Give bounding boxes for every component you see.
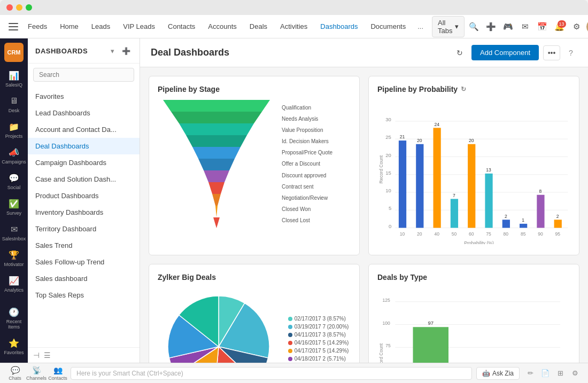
svg-text:90: 90: [538, 231, 543, 237]
close-btn[interactable]: [6, 4, 13, 11]
content-header: Deal Dashboards ↻ Add Component ••• ?: [140, 38, 588, 67]
nav-deals[interactable]: Deals: [244, 19, 273, 34]
smart-chat-box[interactable]: Here is your Smart Chat (Ctrl+Space): [71, 367, 472, 380]
deals-by-type-title: Deals by Type: [377, 273, 570, 282]
svg-text:50: 50: [452, 231, 457, 237]
calendar-icon-btn[interactable]: 📅: [535, 19, 550, 34]
survey-icon: ✅: [8, 198, 20, 209]
svg-marker-2: [179, 123, 254, 135]
sidebar-item-case-solution[interactable]: Case and Solution Dash...: [28, 171, 140, 187]
sidebar-item-top-sales[interactable]: Top Sales Reps: [28, 287, 140, 303]
games-icon-btn[interactable]: 🎮: [501, 19, 516, 34]
svg-text:60: 60: [469, 231, 474, 237]
bottom-edit-icon[interactable]: ✏: [524, 367, 537, 380]
add-component-button[interactable]: Add Component: [471, 45, 539, 60]
sidebar-item-favorites[interactable]: Favorites: [28, 88, 140, 105]
sidebar-item-campaigns[interactable]: 📣 Campaigns: [2, 143, 26, 168]
salesinbox-icon: ✉: [8, 223, 20, 235]
top-nav: Feeds Home Leads VIP Leads Contacts Acco…: [0, 15, 588, 38]
sidebar-item-deal-dashboards[interactable]: Deal Dashboards: [28, 138, 140, 154]
maximize-btn[interactable]: [26, 4, 32, 11]
page-title: Deal Dashboards: [151, 47, 452, 58]
sidebar-item-territory[interactable]: Territory Dashboard: [28, 221, 140, 237]
nav-leads[interactable]: Leads: [86, 19, 115, 34]
add-icon-btn[interactable]: ➕: [484, 19, 499, 34]
sidebar-item-sales-trend[interactable]: Sales Trend: [28, 237, 140, 254]
sidebar-item-survey[interactable]: ✅ Survey: [2, 194, 26, 219]
sidebar-item-favorites[interactable]: ⭐ Favorites: [2, 334, 26, 358]
svg-text:15: 15: [385, 170, 391, 176]
svg-marker-3: [186, 135, 247, 147]
hamburger-menu[interactable]: [6, 19, 20, 34]
bottom-file-icon[interactable]: 📄: [539, 367, 552, 380]
nav-contacts[interactable]: Contacts: [163, 19, 200, 34]
sidebar-item-campaign[interactable]: Campaign Dashboards: [28, 154, 140, 171]
nav-vip-leads[interactable]: VIP Leads: [118, 19, 160, 34]
bottom-grid-icon[interactable]: ⊞: [554, 367, 567, 380]
nav-feeds[interactable]: Feeds: [22, 19, 52, 34]
svg-rect-34: [468, 144, 475, 228]
dash-sidebar-chevron[interactable]: ▾: [106, 45, 118, 57]
notification-icon-btn[interactable]: 🔔 13: [552, 19, 567, 34]
ask-zia-btn[interactable]: 🤖 Ask Zia: [476, 367, 520, 380]
search-icon-btn[interactable]: 🔍: [467, 19, 482, 34]
dash-sidebar-add[interactable]: ➕: [120, 45, 132, 57]
bottom-settings-icon[interactable]: ⚙: [569, 367, 582, 380]
prob-chart-refresh[interactable]: ↻: [461, 85, 466, 93]
sidebar-item-account-contact[interactable]: Account and Contact Da...: [28, 121, 140, 138]
minimize-btn[interactable]: [16, 4, 22, 11]
pie-legend-item: 04/17/2017 5 (14.29%): [288, 348, 349, 354]
sidebar-item-analytics[interactable]: 📈 Analytics: [2, 271, 26, 296]
svg-text:75: 75: [385, 343, 391, 348]
settings-icon-btn[interactable]: ⚙: [569, 19, 584, 34]
sidebar-search[interactable]: [33, 68, 134, 82]
svg-rect-70: [413, 327, 449, 363]
sidebar-item-motivator[interactable]: 🏆 Motivator: [2, 246, 26, 270]
sidebar-item-social[interactable]: 💬 Social: [2, 169, 26, 193]
svg-marker-8: [212, 194, 221, 206]
projects-icon: 📁: [8, 121, 20, 132]
svg-text:Probability (%): Probability (%): [464, 240, 494, 244]
chats-btn[interactable]: 💬 Chats: [6, 365, 24, 382]
more-options-btn[interactable]: •••: [543, 45, 560, 60]
svg-text:Record Count: Record Count: [378, 155, 384, 183]
all-tabs-btn[interactable]: All Tabs ▾: [432, 16, 464, 37]
bottom-bar: 💬 Chats 📡 Channels 👥 Contacts Here is yo…: [0, 363, 588, 383]
sidebar-item-recent[interactable]: 🕐 Recent Items: [2, 303, 26, 333]
nav-activities[interactable]: Activities: [275, 19, 313, 34]
nav-more-dots[interactable]: ...: [413, 19, 428, 34]
sidebar-list-view-icon[interactable]: ☰: [44, 351, 51, 359]
sidebar-item-sales-followup[interactable]: Sales Follow-up Trend: [28, 254, 140, 270]
svg-text:7: 7: [453, 193, 455, 198]
svg-rect-26: [399, 140, 406, 228]
sidebar-item-lead-dashboards[interactable]: Lead Dashboards: [28, 105, 140, 121]
sidebar-item-product[interactable]: Product Dashboards: [28, 187, 140, 204]
sidebar-item-desk[interactable]: 🖥 Desk: [2, 92, 26, 116]
pipeline-by-probability-card: Pipeline by Probability ↻ 0 5 10 15 20 2…: [368, 76, 579, 255]
contacts-btn[interactable]: 👥 Contacts: [49, 365, 66, 382]
social-icon: 💬: [8, 172, 20, 184]
content-actions: ↻ Add Component ••• ?: [452, 45, 577, 60]
sidebar-item-inventory[interactable]: Inventory Dashboards: [28, 204, 140, 221]
sidebar-item-projects[interactable]: 📁 Projects: [2, 118, 26, 142]
svg-text:75: 75: [486, 231, 491, 237]
nav-documents[interactable]: Documents: [365, 19, 411, 34]
mail-icon-btn[interactable]: ✉: [518, 19, 533, 34]
avatar[interactable]: U: [586, 19, 588, 34]
nav-dashboards[interactable]: Dashboards: [315, 19, 363, 34]
sidebar-item-salesiq[interactable]: 📊 SalesIQ: [2, 66, 26, 91]
refresh-btn[interactable]: ↻: [452, 45, 467, 60]
help-btn[interactable]: ?: [564, 46, 577, 59]
pie-legend-item: 04/11/2017 3 (8.57%): [288, 332, 349, 338]
svg-rect-38: [502, 220, 510, 228]
sidebar-collapse-icon[interactable]: ⊣: [33, 351, 40, 359]
pie-labels: 02/17/2017 3 (8.57%)03/19/2017 7 (20.00%…: [288, 316, 349, 363]
nav-accounts[interactable]: Accounts: [203, 19, 242, 34]
svg-text:20: 20: [385, 152, 391, 158]
channels-btn[interactable]: 📡 Channels: [28, 365, 45, 382]
nav-home[interactable]: Home: [55, 19, 84, 34]
sidebar-item-salesinbox[interactable]: ✉ SalesInbox: [2, 220, 26, 245]
dash-sidebar-header: DASHBOARDS ▾ ➕: [28, 38, 140, 64]
svg-text:95: 95: [555, 231, 560, 237]
sidebar-item-sales-dashboard[interactable]: Sales dashboard: [28, 270, 140, 287]
